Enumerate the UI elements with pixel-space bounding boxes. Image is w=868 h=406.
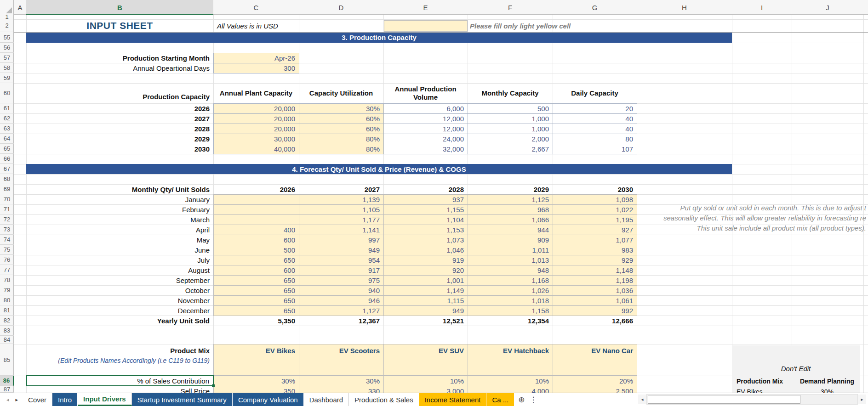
tabs-scroll-left-icon[interactable]: ◂ <box>6 397 9 403</box>
sales-contribution-ev-scooters[interactable]: 30% <box>299 376 384 386</box>
row-header-64[interactable]: 64 <box>0 134 14 144</box>
forecast-cell-may-1[interactable]: 997 <box>299 235 384 245</box>
forecast-cell-may-3[interactable]: 909 <box>468 235 553 245</box>
capacity-cell-2027-4[interactable]: 40 <box>553 113 637 124</box>
forecast-cell-october-2[interactable]: 1,149 <box>383 285 468 296</box>
forecast-cell-april-3[interactable]: 944 <box>468 225 553 235</box>
capacity-cell-2029-0[interactable]: 30,000 <box>213 134 299 144</box>
tab-dashboard[interactable]: Dashboard <box>304 393 349 406</box>
sales-contribution-ev-hatchback[interactable]: 10% <box>468 376 553 386</box>
product-header-ev-scooters[interactable]: EV Scooters <box>299 344 384 376</box>
forecast-cell-november-1[interactable]: 946 <box>299 295 384 306</box>
forecast-cell-july-3[interactable]: 1,013 <box>468 255 553 265</box>
row-header-82[interactable]: 82 <box>0 316 14 326</box>
tab-startup-investment-summary[interactable]: Startup Investment Summary <box>132 393 233 406</box>
column-header-g[interactable]: G <box>553 0 637 15</box>
tab-input-drivers[interactable]: Input Drivers <box>78 393 132 406</box>
capacity-cell-2030-4[interactable]: 107 <box>553 144 637 154</box>
forecast-cell-december-3[interactable]: 1,158 <box>468 305 553 316</box>
tabs-scroll-right-icon[interactable]: ▸ <box>16 397 18 403</box>
forecast-cell-october-4[interactable]: 1,036 <box>553 285 637 296</box>
capacity-cell-2030-1[interactable]: 80% <box>299 144 384 154</box>
forecast-cell-august-0[interactable]: 600 <box>213 265 299 276</box>
forecast-cell-april-1[interactable]: 1,141 <box>299 225 384 235</box>
capacity-cell-2030-3[interactable]: 2,667 <box>468 144 553 154</box>
capacity-cell-2030-2[interactable]: 32,000 <box>383 144 468 154</box>
forecast-cell-june-2[interactable]: 1,046 <box>383 245 468 255</box>
tab-income-statement[interactable]: Income Statement <box>419 393 487 406</box>
selection-fill-handle[interactable] <box>212 384 215 387</box>
row-header-81[interactable]: 81 <box>0 305 14 316</box>
product-header-ev-hatchback[interactable]: EV Hatchback <box>468 344 553 376</box>
sales-contribution-ev-nano-car[interactable]: 20% <box>553 376 637 386</box>
capacity-cell-2027-3[interactable]: 1,000 <box>468 113 553 124</box>
forecast-cell-march-0[interactable] <box>213 214 299 225</box>
starting-month-input[interactable]: Apr-26 <box>213 53 299 63</box>
product-header-ev-bikes[interactable]: EV Bikes <box>213 344 299 376</box>
tab-options-icon[interactable]: ⋮ <box>530 395 537 405</box>
forecast-cell-november-3[interactable]: 1,018 <box>468 295 553 306</box>
tab-cover[interactable]: Cover <box>23 393 52 406</box>
capacity-cell-2026-4[interactable]: 20 <box>553 103 637 114</box>
forecast-cell-june-4[interactable]: 983 <box>553 245 637 255</box>
forecast-cell-july-4[interactable]: 929 <box>553 255 637 265</box>
column-header-j[interactable]: J <box>792 0 863 15</box>
forecast-cell-september-4[interactable]: 1,198 <box>553 275 637 286</box>
scrollbar-thumb[interactable] <box>648 395 800 404</box>
row-header-69[interactable]: 69 <box>0 184 14 194</box>
forecast-cell-december-4[interactable]: 992 <box>553 305 637 316</box>
sales-contribution-label-selected-cell[interactable]: % of Sales Contribution <box>26 375 214 386</box>
input-highlight-cell[interactable] <box>384 20 468 32</box>
row-header-84[interactable]: 84 <box>0 336 14 344</box>
tab-production-sales[interactable]: Production & Sales <box>349 393 419 406</box>
forecast-cell-february-2[interactable]: 1,155 <box>383 204 468 215</box>
column-header-a[interactable]: A <box>14 0 26 15</box>
column-header-i[interactable]: I <box>732 0 792 15</box>
row-header-86[interactable]: 86 <box>0 376 14 386</box>
capacity-cell-2027-1[interactable]: 60% <box>299 113 384 124</box>
tab-ca[interactable]: Ca ... <box>486 393 514 406</box>
row-header-70[interactable]: 70 <box>0 194 14 204</box>
forecast-cell-april-0[interactable]: 400 <box>213 225 299 235</box>
forecast-cell-november-2[interactable]: 1,115 <box>383 295 468 306</box>
column-header-b[interactable]: B <box>26 0 213 15</box>
forecast-cell-september-1[interactable]: 975 <box>299 275 384 286</box>
forecast-cell-december-0[interactable]: 650 <box>213 305 299 316</box>
row-header-59[interactable]: 59 <box>0 73 14 83</box>
forecast-cell-january-3[interactable]: 1,125 <box>468 194 553 205</box>
forecast-cell-march-4[interactable]: 1,195 <box>553 214 637 225</box>
forecast-cell-october-3[interactable]: 1,026 <box>468 285 553 296</box>
scrollbar-left-arrow[interactable]: ◂ <box>638 395 646 404</box>
forecast-cell-march-2[interactable]: 1,104 <box>383 214 468 225</box>
row-header-79[interactable]: 79 <box>0 285 14 295</box>
forecast-cell-february-4[interactable]: 1,022 <box>553 204 637 215</box>
tab-company-valuation[interactable]: Company Valuation <box>233 393 304 406</box>
capacity-cell-2028-3[interactable]: 1,000 <box>468 124 553 134</box>
row-header-85[interactable]: 85 <box>0 344 14 376</box>
capacity-cell-2028-2[interactable]: 12,000 <box>383 124 468 134</box>
capacity-cell-2028-1[interactable]: 60% <box>299 124 384 134</box>
sales-contribution-ev-bikes[interactable]: 30% <box>213 376 299 386</box>
forecast-cell-october-0[interactable]: 650 <box>213 285 299 296</box>
capacity-cell-2026-1[interactable]: 30% <box>299 103 384 114</box>
row-header-61[interactable]: 61 <box>0 103 14 113</box>
capacity-cell-2029-3[interactable]: 2,000 <box>468 134 553 144</box>
capacity-cell-2029-1[interactable]: 80% <box>299 134 384 144</box>
row-header-83[interactable]: 83 <box>0 326 14 336</box>
row-header-58[interactable]: 58 <box>0 63 14 73</box>
forecast-cell-january-1[interactable]: 1,139 <box>299 194 384 205</box>
row-header-2[interactable]: 2 <box>0 19 14 32</box>
forecast-cell-july-0[interactable]: 650 <box>213 255 299 265</box>
forecast-cell-february-0[interactable] <box>213 204 299 215</box>
forecast-cell-february-1[interactable]: 1,105 <box>299 204 384 215</box>
add-sheet-icon[interactable]: ⊕ <box>518 395 525 405</box>
forecast-cell-july-2[interactable]: 919 <box>383 255 468 265</box>
forecast-cell-january-4[interactable]: 1,098 <box>553 194 637 205</box>
forecast-cell-august-4[interactable]: 1,148 <box>553 265 637 276</box>
row-header-75[interactable]: 75 <box>0 245 14 255</box>
operational-days-input[interactable]: 300 <box>213 63 299 73</box>
forecast-cell-september-0[interactable]: 650 <box>213 275 299 286</box>
forecast-cell-october-1[interactable]: 940 <box>299 285 384 296</box>
row-header-76[interactable]: 76 <box>0 255 14 265</box>
row-header-60[interactable]: 60 <box>0 83 14 103</box>
